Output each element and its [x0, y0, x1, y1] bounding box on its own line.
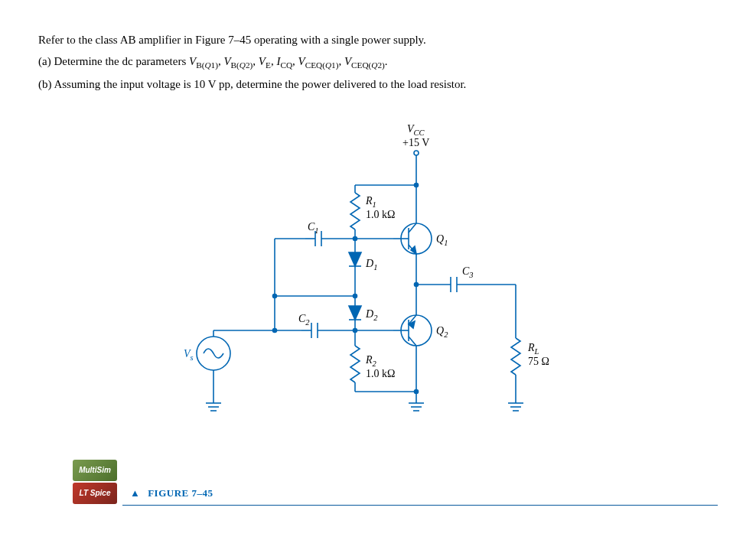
circuit-svg	[110, 124, 646, 460]
figure-caption: ▲ FIGURE 7–45	[130, 486, 213, 502]
problem-statement: Refer to the class AB amplifier in Figur…	[38, 31, 718, 93]
svg-point-70	[415, 390, 419, 394]
c1-label: C1	[308, 219, 319, 238]
caption-arrow-icon: ▲	[130, 487, 140, 499]
d2-label: D2	[366, 306, 377, 325]
svg-marker-31	[349, 306, 361, 320]
part-b: (b) Assuming the input voltage is 10 V p…	[38, 75, 718, 93]
c3-label: C3	[462, 263, 474, 282]
svg-point-71	[273, 294, 277, 298]
svg-point-68	[415, 184, 419, 187]
multisim-badge: MultiSim	[73, 460, 117, 481]
bottom-rule	[122, 505, 718, 506]
c2-label: C2	[298, 311, 310, 330]
software-badges: MultiSim LT Spice	[73, 460, 119, 506]
r2-value: 1.0 kΩ	[366, 366, 395, 382]
caption-label: FIGURE 7–45	[148, 487, 213, 499]
q2-label: Q2	[436, 323, 448, 342]
svg-point-66	[354, 294, 357, 298]
part-a: (a) Determine the dc parameters VB(Q1), …	[38, 52, 718, 72]
vcc-value: +15 V	[402, 135, 429, 151]
svg-point-65	[354, 237, 357, 241]
svg-marker-20	[349, 252, 361, 266]
r1-value: 1.0 kΩ	[366, 207, 395, 223]
intro-line: Refer to the class AB amplifier in Figur…	[38, 31, 718, 49]
ltspice-badge: LT Spice	[73, 483, 117, 504]
svg-point-67	[354, 329, 357, 333]
q1-label: Q1	[436, 231, 448, 250]
svg-point-72	[273, 329, 277, 333]
svg-point-69	[415, 283, 419, 287]
rl-value: 75 Ω	[528, 353, 549, 370]
d1-label: D1	[366, 255, 377, 275]
vs-label: Vs	[184, 346, 194, 365]
circuit-diagram: VCC +15 V R1 1.0 kΩ C1 C2 C3 D1 D2 Q1 Q2…	[110, 124, 646, 460]
